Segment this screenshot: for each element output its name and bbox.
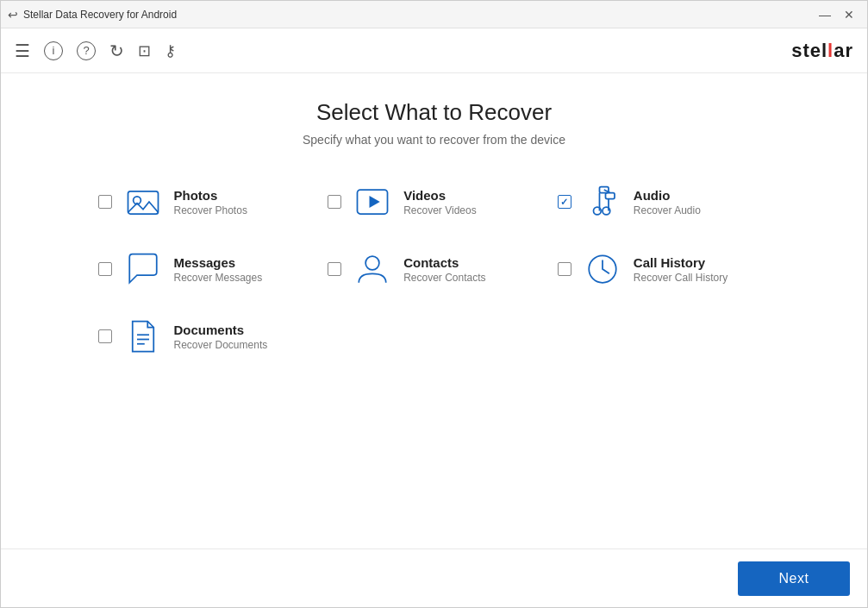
- title-bar-app-icon: ↩: [8, 8, 18, 22]
- next-button[interactable]: Next: [738, 561, 850, 596]
- contacts-icon: [352, 248, 393, 290]
- call-history-name: Call History: [634, 255, 727, 270]
- call-history-text: Call History Recover Call History: [634, 255, 727, 284]
- footer: Next: [1, 548, 867, 607]
- videos-icon: [352, 181, 393, 223]
- call-history-desc: Recover Call History: [634, 272, 727, 284]
- svg-marker-3: [370, 196, 380, 208]
- cart-icon[interactable]: ⊡: [138, 41, 151, 60]
- checkbox-documents[interactable]: [98, 329, 112, 343]
- photos-text: Photos Recover Photos: [174, 188, 247, 216]
- option-photos[interactable]: Photos Recover Photos: [98, 181, 311, 223]
- toolbar: ☰ i ? ↻ ⊡ ⚷ stellar: [1, 28, 867, 73]
- contacts-text: Contacts Recover Contacts: [403, 255, 485, 284]
- checkbox-videos[interactable]: [328, 195, 341, 209]
- svg-rect-0: [128, 191, 158, 214]
- photos-icon: [122, 181, 164, 223]
- stellar-logo: stellar: [791, 40, 853, 62]
- option-videos[interactable]: Videos Recover Videos: [328, 181, 540, 223]
- option-audio[interactable]: Audio Recover Audio: [558, 181, 771, 223]
- checkbox-audio[interactable]: [558, 195, 571, 209]
- main-content: Select What to Recover Specify what you …: [1, 73, 867, 548]
- option-messages[interactable]: Messages Recover Messages: [98, 248, 311, 290]
- contacts-desc: Recover Contacts: [403, 272, 485, 284]
- messages-desc: Recover Messages: [174, 272, 263, 284]
- title-bar-title: Stellar Data Recovery for Android: [23, 9, 177, 21]
- title-bar-left: ↩ Stellar Data Recovery for Android: [8, 8, 177, 22]
- refresh-icon[interactable]: ↻: [109, 41, 124, 61]
- page-subtitle: Specify what you want to recover from th…: [303, 133, 565, 147]
- toolbar-icons: ☰ i ? ↻ ⊡ ⚷: [15, 41, 176, 61]
- checkbox-contacts[interactable]: [328, 262, 341, 276]
- documents-icon: [122, 316, 164, 357]
- close-button[interactable]: ✕: [838, 3, 860, 26]
- photos-name: Photos: [174, 188, 247, 203]
- checkbox-photos[interactable]: [98, 195, 112, 209]
- checkbox-call-history[interactable]: [558, 262, 571, 276]
- option-documents[interactable]: Documents Recover Documents: [98, 316, 311, 357]
- audio-name: Audio: [634, 188, 701, 203]
- audio-icon: [582, 181, 623, 223]
- photos-desc: Recover Photos: [174, 204, 247, 216]
- help-icon[interactable]: ?: [77, 41, 96, 60]
- options-grid: Photos Recover Photos Videos Recover Vid…: [98, 181, 771, 357]
- documents-name: Documents: [174, 323, 268, 337]
- title-bar: ↩ Stellar Data Recovery for Android — ✕: [1, 1, 867, 28]
- videos-text: Videos Recover Videos: [403, 188, 477, 216]
- option-call-history[interactable]: Call History Recover Call History: [558, 248, 771, 290]
- svg-rect-5: [605, 193, 615, 199]
- audio-desc: Recover Audio: [634, 204, 701, 216]
- messages-text: Messages Recover Messages: [174, 255, 263, 284]
- videos-desc: Recover Videos: [403, 204, 477, 216]
- documents-desc: Recover Documents: [174, 339, 268, 351]
- messages-icon: [122, 248, 164, 290]
- minimize-button[interactable]: —: [814, 3, 836, 26]
- audio-text: Audio Recover Audio: [634, 188, 701, 216]
- messages-name: Messages: [174, 255, 263, 270]
- call-history-icon: [582, 248, 623, 290]
- page-title: Select What to Recover: [316, 99, 552, 126]
- contacts-name: Contacts: [403, 255, 485, 270]
- title-bar-controls: — ✕: [814, 3, 860, 26]
- documents-text: Documents Recover Documents: [174, 323, 268, 351]
- checkbox-messages[interactable]: [98, 262, 112, 276]
- option-contacts[interactable]: Contacts Recover Contacts: [328, 248, 540, 290]
- svg-point-11: [365, 256, 379, 270]
- key-icon[interactable]: ⚷: [165, 41, 176, 60]
- info-icon[interactable]: i: [44, 41, 63, 60]
- menu-icon[interactable]: ☰: [15, 41, 30, 61]
- videos-name: Videos: [403, 188, 477, 203]
